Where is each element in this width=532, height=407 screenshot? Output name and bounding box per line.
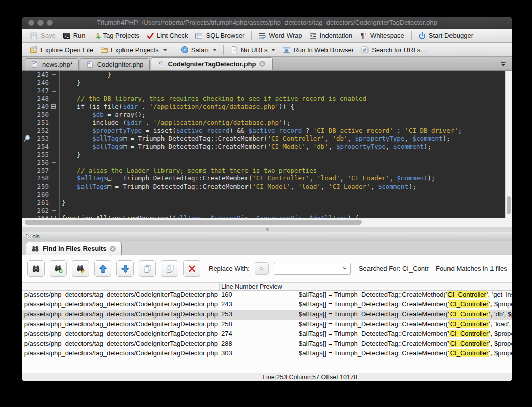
code-line: 256 — [22, 159, 505, 167]
column-divider[interactable] — [219, 283, 220, 290]
result-file-path: p/assets/php_detectors/tag_detectors/Cod… — [22, 330, 218, 337]
new-search-button[interactable] — [50, 260, 67, 277]
title-bar[interactable]: Triumph4PHP: /Users/roberto/Projects/tri… — [22, 17, 512, 29]
code-token: □ — [122, 143, 127, 150]
sql-browser-button[interactable]: SQL Browser — [191, 30, 248, 41]
tab-find-in-files-results[interactable]: Find In Files Results — [26, 242, 122, 255]
explore-open-file-button[interactable]: Explore Open File — [26, 44, 97, 55]
copy-selected-button[interactable] — [139, 260, 156, 277]
tab-overflow-icon[interactable] — [499, 59, 508, 68]
find-in-files-button[interactable] — [27, 260, 45, 277]
whitespace-label: Whitespace — [370, 32, 404, 39]
result-line-number: 243 — [221, 300, 232, 308]
insert-replacement-button[interactable]: > — [255, 262, 269, 275]
line-number: 257 — [22, 167, 49, 175]
stop-search-button[interactable] — [183, 260, 200, 277]
chevron-down-icon[interactable] — [271, 49, 275, 51]
save-button[interactable]: Save — [26, 30, 59, 41]
editor-horizontal-scrollbar[interactable] — [22, 218, 512, 227]
line-number: 262 — [22, 207, 49, 215]
code-token: , — [291, 183, 298, 190]
close-tab-icon[interactable] — [259, 60, 267, 68]
code-token — [62, 127, 92, 134]
match-highlight: CI_Controller — [447, 291, 487, 298]
sql-browser-icon — [195, 32, 203, 40]
replace-with-label: Replace With: — [209, 265, 250, 273]
code-line: 253 $allTags□ = Triumph_DetectedTag::Cre… — [22, 134, 505, 143]
code-editor[interactable]: 245 }246 }247248 // the DB library, this… — [22, 71, 512, 227]
code-token: // alias the Loader library; seems that … — [62, 167, 317, 174]
safari-button[interactable]: Safari — [177, 44, 220, 55]
tag-projects-button[interactable]: Tag Projects — [89, 30, 143, 41]
line-number: 256 — [22, 159, 49, 167]
previous-match-button[interactable] — [94, 260, 111, 277]
tab-label: CodeIgniter.php — [97, 61, 144, 68]
tools-tab-bar: Find In Files Results — [22, 241, 512, 255]
splitter-handle[interactable] — [266, 228, 269, 231]
tools-panel-caption[interactable]: Tools — [22, 232, 512, 241]
safari-label: Safari — [191, 46, 209, 54]
code-token: : — [393, 127, 405, 134]
editor-vertical-scroll-thumb[interactable] — [507, 196, 511, 214]
app-window: Triumph4PHP: /Users/roberto/Projects/tri… — [22, 17, 512, 381]
whitespace-button[interactable]: ¶Whitespace — [356, 30, 408, 41]
result-row[interactable]: p/assets/php_detectors/tag_detectors/Cod… — [22, 310, 512, 320]
match-highlight: CI_Controller — [449, 349, 489, 357]
edit-search-button[interactable] — [72, 260, 89, 277]
chevron-down-icon[interactable] — [341, 265, 349, 273]
tools-tab-label: Find In Files Results — [43, 245, 106, 252]
result-row[interactable]: p/assets/php_detectors/tag_detectors/Cod… — [22, 329, 512, 339]
indentation-button[interactable]: Indentation — [306, 30, 356, 41]
search-for-urls-button[interactable]: #Search for URLs... — [357, 44, 429, 55]
result-preview: $allTags[] = Triumph_DetectedTag::Create… — [299, 349, 512, 357]
run-in-web-browser-button[interactable]: Run In Web Browser — [279, 44, 357, 55]
word-wrap-button[interactable]: Word Wrap — [255, 30, 305, 41]
line-number: 254 — [22, 143, 49, 151]
code-token — [62, 134, 92, 142]
result-row[interactable]: p/assets/php_detectors/tag_detectors/Cod… — [22, 349, 512, 358]
column-header-line-number[interactable]: Line Number — [221, 283, 258, 290]
column-header-preview[interactable]: Preview — [260, 283, 282, 290]
editor-vertical-scrollbar[interactable] — [505, 71, 512, 218]
no-urls-button[interactable]: No URLs — [227, 44, 279, 55]
code-token: $comment — [393, 143, 424, 150]
chevron-down-icon[interactable] — [163, 49, 167, 51]
result-preview: $allTags[] = Triumph_DetectedTag::Create… — [299, 320, 512, 328]
panel-splitter[interactable] — [22, 227, 512, 232]
result-row[interactable]: p/assets/php_detectors/tag_detectors/Cod… — [22, 300, 512, 309]
code-viewport[interactable]: 245 }246 }247248 // the DB library, this… — [22, 71, 505, 218]
run-button[interactable]: Run — [59, 30, 89, 41]
copy-all-button[interactable] — [161, 260, 178, 277]
tab-codeigniter-php[interactable]: CodeIgniter.php — [80, 58, 150, 70]
code-token: $active_record — [249, 127, 302, 134]
tools-panel-close-icon[interactable] — [26, 233, 33, 240]
result-row[interactable]: p/assets/php_detectors/tag_detectors/Cod… — [22, 290, 512, 300]
code-text: $allTags□ = Triumph_DetectedTag::CreateM… — [62, 183, 416, 191]
code-line: 250 $db = array(); — [22, 111, 505, 119]
code-token: = array(); — [104, 111, 146, 118]
code-token: } — [62, 199, 66, 206]
editor-horizontal-scroll-thumb[interactable] — [25, 220, 362, 225]
preview-text: ', $propertyNa — [489, 330, 512, 337]
run-label: Run — [73, 32, 86, 39]
explore-projects-button[interactable]: Explore Projects — [97, 44, 171, 55]
close-tab-icon[interactable] — [109, 245, 116, 252]
code-token: , — [309, 174, 317, 182]
tab-news-php[interactable]: news.php* — [25, 58, 79, 70]
code-token: 'CI_Loader' — [329, 183, 371, 190]
lint-check-button[interactable]: Lint Check — [143, 30, 191, 41]
fold-collapse-icon[interactable] — [51, 104, 56, 109]
line-number: 255 — [22, 151, 49, 159]
next-match-button[interactable] — [116, 260, 134, 277]
chevron-down-icon[interactable] — [213, 49, 217, 51]
file-icon — [31, 61, 39, 69]
code-token: function AllTagsFromResource( — [62, 214, 172, 218]
replace-with-combobox[interactable] — [274, 263, 351, 275]
tab-codeignitertagdetector-php[interactable]: CodeIgniterTagDetector.php — [151, 57, 273, 70]
start-debugger-button[interactable]: Start Debugger — [415, 30, 477, 41]
result-row[interactable]: p/assets/php_detectors/tag_detectors/Cod… — [22, 339, 512, 349]
code-token: 'load' — [298, 183, 321, 190]
toolbar-separator — [174, 45, 174, 55]
result-preview: $allTags[] = Triumph_DetectedTag::Create… — [299, 300, 512, 308]
result-row[interactable]: p/assets/php_detectors/tag_detectors/Cod… — [22, 320, 512, 329]
